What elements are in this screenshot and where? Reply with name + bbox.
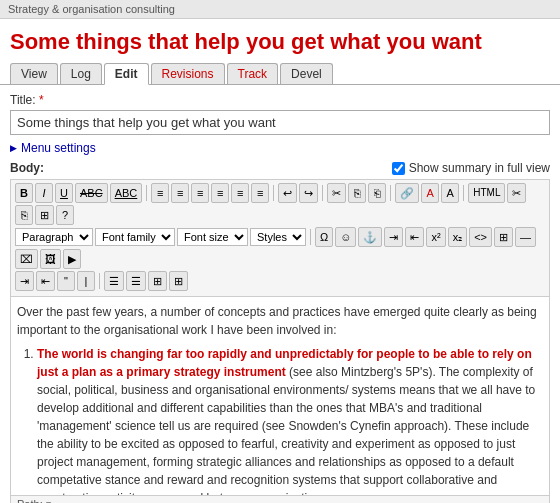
fullscreen-button[interactable]: ⊞: [35, 205, 54, 225]
omega-button[interactable]: Ω: [315, 227, 333, 247]
title-input[interactable]: [10, 110, 550, 135]
menu-settings-toggle[interactable]: Menu settings: [10, 141, 550, 155]
tab-bar: View Log Edit Revisions Track Devel: [0, 63, 560, 85]
outdent-button[interactable]: ⇤: [405, 227, 424, 247]
cut-button[interactable]: ✂: [327, 183, 346, 203]
editor-body[interactable]: Over the past few years, a number of con…: [10, 296, 550, 496]
toolbar-row-1: B I U ABC ABC ≡ ≡ ≡ ≡ ≡ ≡ ↩ ↪ ✂ ⎘ ⎗: [15, 183, 545, 225]
help-button[interactable]: ?: [56, 205, 74, 225]
separator5: [463, 185, 464, 201]
indent2-button[interactable]: ⇥: [15, 271, 34, 291]
tab-track[interactable]: Track: [227, 63, 279, 84]
editor-list: The world is changing far too rapidly an…: [37, 345, 543, 496]
list-item-1: The world is changing far too rapidly an…: [37, 345, 543, 496]
align-justify-button[interactable]: ≡: [211, 183, 229, 203]
hr-button[interactable]: —: [515, 227, 536, 247]
top-bar-label: Strategy & organisation consulting: [8, 3, 175, 15]
show-summary-option[interactable]: Show summary in full view: [392, 161, 550, 175]
separator2: [273, 185, 274, 201]
source-button[interactable]: HTML: [468, 183, 505, 203]
copy2-button[interactable]: ⎘: [15, 205, 33, 225]
subscript-button[interactable]: x₂: [448, 227, 468, 247]
divider-button[interactable]: |: [77, 271, 95, 291]
path-bar: Path: p: [10, 496, 550, 503]
separator3: [322, 185, 323, 201]
body-label-row: Body: Show summary in full view: [10, 161, 550, 175]
tab-devel[interactable]: Devel: [280, 63, 333, 84]
tab-log[interactable]: Log: [60, 63, 102, 84]
pagebreak-button[interactable]: ⌧: [15, 249, 38, 269]
media-button[interactable]: ▶: [63, 249, 81, 269]
content-area: Title: * Menu settings Body: Show summar…: [0, 85, 560, 503]
undo-button[interactable]: ↩: [278, 183, 297, 203]
align-left-button[interactable]: ≡: [151, 183, 169, 203]
editor-toolbar: B I U ABC ABC ≡ ≡ ≡ ≡ ≡ ≡ ↩ ↪ ✂ ⎘ ⎗: [10, 179, 550, 296]
grid2-button[interactable]: ⊞: [169, 271, 188, 291]
grid-button[interactable]: ⊞: [148, 271, 167, 291]
bold-button[interactable]: B: [15, 183, 33, 203]
italic-button[interactable]: I: [35, 183, 53, 203]
page-title: Some things that help you get what you w…: [0, 19, 560, 63]
font-size-select[interactable]: Font size: [177, 228, 248, 246]
tab-view[interactable]: View: [10, 63, 58, 84]
toolbar-row-2: Paragraph Font family Font size Styles Ω…: [15, 227, 545, 269]
list-item-1-rest: (see also Mintzberg's 5P's). The complex…: [37, 365, 535, 496]
list-ul-button[interactable]: ≡: [231, 183, 249, 203]
code-button[interactable]: <>: [469, 227, 492, 247]
smiley-button[interactable]: ☺: [335, 227, 356, 247]
indent-button[interactable]: ⇥: [384, 227, 403, 247]
align-center-button[interactable]: ≡: [171, 183, 189, 203]
title-label: Title: *: [10, 93, 550, 107]
required-marker: *: [39, 93, 44, 107]
bullets-button[interactable]: ☰: [104, 271, 124, 291]
path-text: Path: p: [17, 498, 52, 503]
link-button[interactable]: 🔗: [395, 183, 419, 203]
underline-button[interactable]: U: [55, 183, 73, 203]
top-bar: Strategy & organisation consulting: [0, 0, 560, 19]
separator6: [310, 229, 311, 245]
styles-select[interactable]: Styles: [250, 228, 306, 246]
numbering-button[interactable]: ☰: [126, 271, 146, 291]
paste-button[interactable]: ⎗: [368, 183, 386, 203]
redo-button[interactable]: ↪: [299, 183, 318, 203]
outdent2-button[interactable]: ⇤: [36, 271, 55, 291]
toolbar-row-3: ⇥ ⇤ " | ☰ ☰ ⊞ ⊞: [15, 271, 545, 291]
table-button[interactable]: ⊞: [494, 227, 513, 247]
show-summary-label: Show summary in full view: [409, 161, 550, 175]
editor-intro: Over the past few years, a number of con…: [17, 303, 543, 339]
align-right-button[interactable]: ≡: [191, 183, 209, 203]
separator7: [99, 273, 100, 289]
image-button[interactable]: 🖼: [40, 249, 61, 269]
copy-button[interactable]: ⎘: [348, 183, 366, 203]
remove-format-button[interactable]: ✂: [507, 183, 526, 203]
tab-edit[interactable]: Edit: [104, 63, 149, 85]
font-family-select[interactable]: Font family: [95, 228, 175, 246]
separator4: [390, 185, 391, 201]
body-section: Body: Show summary in full view B I U AB…: [10, 161, 550, 503]
underline2-button[interactable]: ABC: [110, 183, 143, 203]
anchor-button[interactable]: ⚓: [358, 227, 382, 247]
list-ol-button[interactable]: ≡: [251, 183, 269, 203]
blockquote-button[interactable]: ": [57, 271, 75, 291]
separator: [146, 185, 147, 201]
highlight-button[interactable]: A: [441, 183, 459, 203]
show-summary-checkbox[interactable]: [392, 162, 405, 175]
body-label: Body:: [10, 161, 44, 175]
strikethrough-button[interactable]: ABC: [75, 183, 108, 203]
font-color-button[interactable]: A: [421, 183, 439, 203]
tab-revisions[interactable]: Revisions: [151, 63, 225, 84]
superscript-button[interactable]: x²: [426, 227, 445, 247]
format-select[interactable]: Paragraph: [15, 228, 93, 246]
